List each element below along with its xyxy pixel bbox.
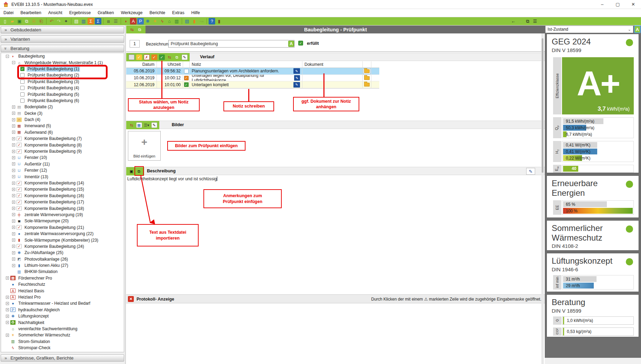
energieausweis-icon[interactable]: ▮ <box>191 18 198 24</box>
expand-icon[interactable]: + <box>6 315 9 318</box>
tree-item[interactable]: +✓Komponente Baubegleitung (16) <box>1 193 124 199</box>
structure-list-icon[interactable]: ☰ <box>112 18 119 24</box>
expand-icon[interactable]: + <box>6 308 9 311</box>
expand-icon[interactable]: + <box>12 137 15 140</box>
sidebar-section-gebaeudedaten[interactable]: »Gebäudedaten <box>1 26 124 33</box>
tree-item[interactable]: +▮Lithium-Ionen Akku (27) <box>1 262 124 269</box>
verlauf-row[interactable]: 10.06.201910:00:12✓Unterlagen liegen vor… <box>126 75 379 82</box>
tree-item[interactable]: +●Trinkwarmwasser - Heizlast und Bedarf <box>1 300 124 306</box>
collapse-icon[interactable]: − <box>12 61 15 64</box>
tree-item[interactable]: +⊔Außentür (11) <box>1 161 124 167</box>
tree-item[interactable]: −◗Baubegleitung <box>1 53 124 59</box>
copy-icon[interactable]: ⧉ <box>23 18 30 24</box>
expand-icon[interactable]: + <box>12 201 15 204</box>
close-protokoll-icon[interactable]: ✕ <box>128 296 134 302</box>
tree-item[interactable]: +✓Komponente Baubegleitung (14) <box>1 180 124 186</box>
new-file-icon[interactable]: ▯ <box>2 18 8 24</box>
strom-sim-icon[interactable]: ▥ <box>173 18 180 24</box>
tree-item[interactable]: +✓Komponente Baubegleitung (9) <box>1 148 124 154</box>
tree-item[interactable]: +AHeizlast Pro <box>1 294 124 300</box>
expand-icon[interactable]: + <box>12 194 15 197</box>
expand-icon[interactable]: + <box>6 334 9 337</box>
expand-icon[interactable]: + <box>12 112 15 115</box>
status-checkbox[interactable]: ✓ <box>184 76 189 80</box>
status-checkbox[interactable]: ✓ <box>184 82 189 87</box>
save-icon[interactable]: ▣ <box>16 18 23 24</box>
edit-external-icon[interactable]: ✎ <box>526 168 535 175</box>
hydraulik-icon[interactable]: P <box>137 18 144 24</box>
column-header-datum[interactable]: Datum <box>126 61 157 68</box>
tree-item[interactable]: +⊔Fenster (12) <box>1 167 124 173</box>
attach-folder-icon[interactable] <box>364 83 370 87</box>
tree-item[interactable]: Prüfpunkt Baubegleitung (4) <box>1 85 124 91</box>
tree-item[interactable]: +❋Lüftungskonzept <box>1 313 124 319</box>
expand-icon[interactable]: + <box>6 276 9 280</box>
menu-grafiken[interactable]: Grafiken <box>94 9 117 17</box>
paste-icon[interactable]: ⎘ <box>31 18 37 24</box>
window-menu-icon[interactable]: ☰ <box>532 18 538 24</box>
tree-checkbox[interactable] <box>20 86 24 90</box>
menu-ansicht[interactable]: Ansicht <box>45 9 66 17</box>
maximize-button[interactable]: ▢ <box>610 0 625 9</box>
image-doc-icon[interactable]: ▦ <box>136 122 142 128</box>
tree-item[interactable]: ▥BHKW-Simulation <box>1 269 124 275</box>
expand-icon[interactable]: + <box>6 321 9 324</box>
lueftung-icon[interactable]: ❋ <box>144 18 151 24</box>
verlauf-row[interactable]: 12.06.201910:01:00✓Unterlagen komplett✎ <box>126 81 379 88</box>
edit-note-icon[interactable]: ✎ <box>293 82 300 88</box>
tree-item[interactable]: +⊔Innentür (13) <box>1 173 124 180</box>
status-green-check-icon[interactable]: ✓ <box>159 54 165 60</box>
verlauf-row[interactable]: 05.06.201909:56:32Planungsunterlagen vom… <box>126 68 379 75</box>
text-template-button[interactable]: A <box>634 26 641 33</box>
expand-icon[interactable]: + <box>12 124 15 128</box>
scrollbar-thumb[interactable] <box>542 38 543 173</box>
tree-item[interactable]: +✓Komponente Baubegleitung (7) <box>1 135 124 142</box>
cell-dokument[interactable] <box>302 81 363 88</box>
expand-icon[interactable]: + <box>12 143 15 146</box>
tree-item[interactable]: +▦Innenwand (5) <box>1 123 124 129</box>
expand-icon[interactable]: + <box>12 239 15 242</box>
cell-dokument[interactable] <box>302 68 363 74</box>
cell-notiz[interactable]: Unterlagen komplett✎ <box>190 81 302 88</box>
tree-item[interactable]: +▤Bodenplatte (2) <box>1 104 124 110</box>
tree-checkbox[interactable] <box>20 99 24 103</box>
expand-icon[interactable]: + <box>12 182 15 185</box>
menu-berichte[interactable]: Berichte <box>146 9 169 17</box>
expand-icon[interactable]: + <box>12 105 15 109</box>
tree-item[interactable]: +▦Außenwand (6) <box>1 129 124 135</box>
expand-icon[interactable]: + <box>12 175 15 178</box>
close-button[interactable]: ✕ <box>625 0 641 9</box>
tree-item[interactable]: +▦Förderrechner Pro <box>1 275 124 281</box>
tree-item[interactable]: ⌂vereinfachte Sachwertermittlung <box>1 326 124 332</box>
new-note-icon[interactable]: ✎ <box>182 54 188 60</box>
tree-item[interactable]: +✓Komponente Baubegleitung (18) <box>1 205 124 211</box>
expand-icon[interactable]: + <box>12 131 15 134</box>
edit-note-icon[interactable]: ✎ <box>293 68 300 74</box>
sidebar-section-varianten[interactable]: »Varianten <box>1 36 124 43</box>
tree-item[interactable]: +✓Komponente Baubegleitung (21) <box>1 224 124 231</box>
tree-item[interactable]: +✓Komponente Baubegleitung (8) <box>1 142 124 148</box>
heizlast-icon[interactable]: A <box>130 18 137 24</box>
expand-icon[interactable]: + <box>6 302 9 305</box>
expand-icon[interactable]: + <box>12 207 15 210</box>
save-text-icon[interactable]: ▣ <box>129 169 134 174</box>
tree-item[interactable]: +♻Nachhaltigkeit <box>1 319 124 325</box>
tree-item[interactable]: +▮Sole-Wärmepumpe (Kombibereiter) (23) <box>1 237 124 243</box>
detach-icon[interactable]: ⧉ <box>524 18 531 24</box>
report-doc-icon[interactable]: ▤ <box>73 18 80 24</box>
menu-werkzeuge[interactable]: Werkzeuge <box>117 9 146 17</box>
bericht-blau-icon[interactable]: ▤ <box>184 18 190 24</box>
sidebar-section-beratung[interactable]: »Beratung <box>1 45 124 52</box>
swap-entries-icon[interactable]: ⇆ <box>129 122 134 128</box>
tree-checkbox[interactable] <box>20 92 24 97</box>
verlauf-kurve-icon[interactable]: ↝ <box>198 18 205 24</box>
expand-icon[interactable]: + <box>12 245 15 248</box>
tree-item[interactable]: +●zentrale Warmwasserversorgung (22) <box>1 231 124 237</box>
sommer-sun-icon[interactable]: ☀ <box>152 18 158 24</box>
cell-notiz[interactable]: Unterlagen liegen vor, Detailplanung für… <box>190 75 302 81</box>
vertical-scrollbar[interactable] <box>541 33 544 364</box>
expand-icon[interactable]: + <box>12 232 15 235</box>
letzte-ansicht-icon[interactable]: ▮ <box>216 18 222 24</box>
new-note-icon[interactable]: ✎ <box>151 122 157 128</box>
value-table-icon[interactable]: ▥ <box>80 18 87 24</box>
